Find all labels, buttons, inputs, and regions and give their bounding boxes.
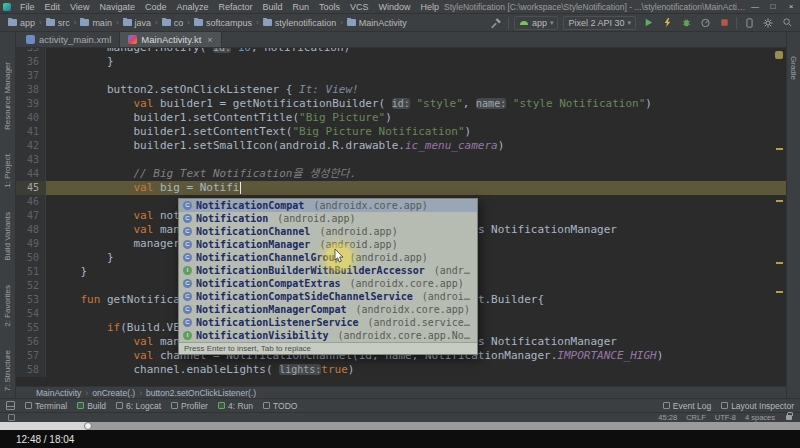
tool-button--logcat[interactable]: 6: Logcat <box>116 401 161 411</box>
search-icon[interactable] <box>780 16 794 30</box>
class-icon: C <box>183 253 192 262</box>
tool-window-button--structure[interactable]: 7: Structure <box>3 350 12 391</box>
minimize-button[interactable]: — <box>746 2 764 11</box>
breadcrumb-item[interactable]: softcampus <box>192 18 254 28</box>
breadcrumb-item[interactable]: java <box>121 18 154 28</box>
completion-name: NotificationCompat <box>196 200 304 211</box>
tool-button-event-log[interactable]: Event Log <box>663 401 711 411</box>
run-config-selector[interactable]: app ▾ <box>514 16 559 30</box>
breadcrumb-item[interactable]: MainActivity <box>36 388 81 398</box>
tool-window-button-build-variants[interactable]: Build Variants <box>3 212 12 261</box>
completion-item[interactable]: CNotification(android.app) <box>179 212 477 225</box>
inspection-widget[interactable] <box>775 51 783 59</box>
class-icon: C <box>183 214 192 223</box>
code-segment: val <box>133 335 153 348</box>
line-separator[interactable]: CRLF <box>686 413 706 422</box>
scrollbar-warning-mark <box>776 291 783 293</box>
tool-button-icon <box>25 402 32 409</box>
breadcrumb-item[interactable]: main <box>78 18 114 28</box>
tab-label: MainActivity.kt <box>141 34 201 45</box>
menu-item-navigate[interactable]: Navigate <box>94 2 140 12</box>
breadcrumb-separator: › <box>155 18 158 27</box>
menu-item-build[interactable]: Build <box>257 2 287 12</box>
tool-button-todo[interactable]: TODO <box>263 401 297 411</box>
build-button[interactable] <box>489 16 503 30</box>
tool-button-layout-inspector[interactable]: Layout Inspector <box>721 401 794 411</box>
device-selector[interactable]: Pixel 2 API 30 ▾ <box>563 16 636 30</box>
menu-item-run[interactable]: Run <box>288 2 315 12</box>
completion-item[interactable]: CNotificationManagerCompat(androidx.core… <box>179 303 477 316</box>
completion-item[interactable]: CNotificationCompat(androidx.core.app) <box>179 199 477 212</box>
editor[interactable]: manager.notify( id: 10, notification) } … <box>16 48 786 386</box>
menu-item-view[interactable]: View <box>65 2 94 12</box>
breadcrumb-item[interactable]: onCreate(.) <box>92 388 135 398</box>
status-toolwindow-icon[interactable] <box>8 414 15 421</box>
avd-manager-button[interactable] <box>742 16 756 30</box>
completion-item[interactable]: INotificationVisibility(androidx.core.ap… <box>179 329 477 342</box>
completion-item[interactable]: CNotificationChannel(android.app) <box>179 225 477 238</box>
line-number: 35 <box>16 48 45 55</box>
class-icon: C <box>183 305 192 314</box>
menu-item-code[interactable]: Code <box>140 2 172 12</box>
tool-window-button-resource-manager[interactable]: Resource Manager <box>3 62 12 130</box>
run-button[interactable] <box>641 16 655 30</box>
completion-item[interactable]: CNotificationCompatSideChannelService(an… <box>179 290 477 303</box>
lock-icon[interactable] <box>786 415 792 420</box>
close-icon[interactable]: × <box>207 35 212 45</box>
scrubber-knob[interactable] <box>84 422 92 430</box>
breadcrumb-item[interactable]: co <box>160 18 186 28</box>
code-segment: s NotificationManager <box>478 335 617 348</box>
menu-item-refactor[interactable]: Refactor <box>213 2 257 12</box>
breadcrumb-item[interactable]: app <box>6 18 37 28</box>
video-scrubber[interactable] <box>0 422 800 430</box>
tool-button--run[interactable]: 4: Run <box>218 401 253 411</box>
menu-item-tools[interactable]: Tools <box>314 2 345 12</box>
maximize-button[interactable]: □ <box>764 2 782 11</box>
tool-button-build[interactable]: Build <box>77 401 106 411</box>
breadcrumb-separator: › <box>256 18 259 27</box>
apply-changes-button[interactable] <box>660 16 674 30</box>
indent-setting[interactable]: 4 spaces <box>745 413 775 422</box>
menu-item-analyze[interactable]: Analyze <box>171 2 213 12</box>
completion-popup: CNotificationCompat(androidx.core.app)CN… <box>178 198 478 355</box>
tool-button-terminal[interactable]: Terminal <box>25 401 67 411</box>
tool-button-profiler[interactable]: Profiler <box>171 401 208 411</box>
line-number: 47 <box>16 209 45 223</box>
menu-item-edit[interactable]: Edit <box>40 2 66 12</box>
profiler-button[interactable] <box>698 16 712 30</box>
code-line: val builder1 = getNotificationBuilder( i… <box>16 97 786 111</box>
menu-item-help[interactable]: Help <box>416 2 445 12</box>
caret-position[interactable]: 45:28 <box>658 413 677 422</box>
code-segment: } <box>54 55 114 68</box>
tab-activity-main-xml[interactable]: activity_main.xml <box>18 32 120 47</box>
completion-item[interactable]: CNotificationCompatExtras(androidx.core.… <box>179 277 477 290</box>
sdk-manager-button[interactable] <box>761 16 775 30</box>
completion-item[interactable]: CNotificationListenerService(android.ser… <box>179 316 477 329</box>
breadcrumb-item[interactable]: button2.setOnClickListener(.) <box>146 388 256 398</box>
text-caret <box>240 182 241 194</box>
breadcrumb-item[interactable]: MainActivity <box>345 18 409 28</box>
breadcrumb-label: co <box>174 18 184 28</box>
stop-button[interactable] <box>717 16 731 30</box>
menu-item-window[interactable]: Window <box>374 2 416 12</box>
breadcrumb-item[interactable]: stylenotification <box>261 18 339 28</box>
tool-window-button-gradle[interactable]: Gradle <box>789 56 798 80</box>
code-line: builder1.setContentTitle("Big Picture") <box>16 111 786 125</box>
code-line: channel.enableLights( lights:true) <box>16 363 786 377</box>
breadcrumb-item[interactable]: src <box>44 18 72 28</box>
menu-item-file[interactable]: File <box>15 2 40 12</box>
menu-item-vcs[interactable]: VCS <box>345 2 374 12</box>
tool-button-icon <box>171 402 178 409</box>
tool-window-switcher-icon[interactable] <box>6 401 15 410</box>
tool-window-button--favorites[interactable]: 2: Favorites <box>3 285 12 327</box>
code-segment: ic_menu_camera <box>405 139 498 152</box>
completion-name: NotificationCompatExtras <box>196 278 341 289</box>
line-number: 56 <box>16 335 45 349</box>
tool-window-button--project[interactable]: 1: Project <box>3 154 12 188</box>
close-button[interactable]: × <box>782 2 800 11</box>
debug-button[interactable] <box>679 16 693 30</box>
interface-icon: I <box>183 331 192 340</box>
code-segment: if <box>107 321 120 334</box>
tab-MainActivity-kt[interactable]: MainActivity.kt× <box>120 32 221 47</box>
file-encoding[interactable]: UTF-8 <box>715 413 736 422</box>
